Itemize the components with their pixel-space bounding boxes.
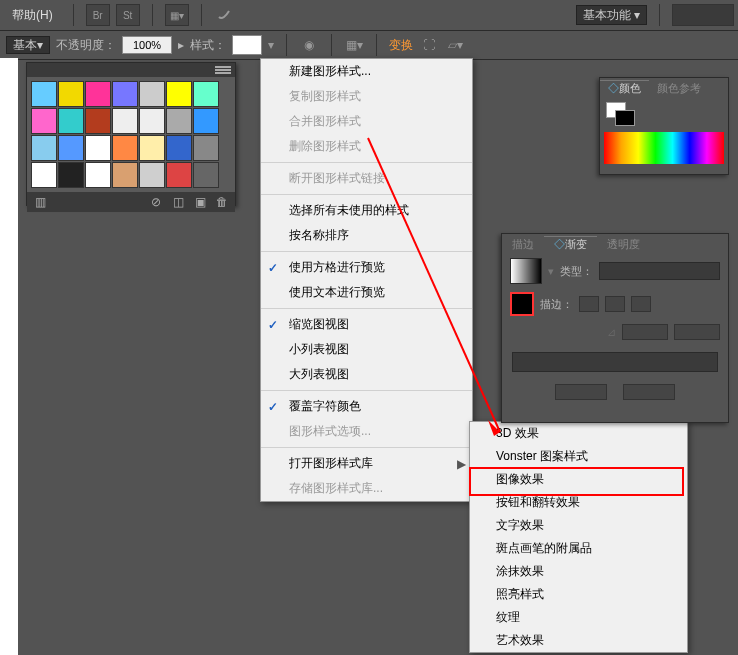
brush-icon[interactable] (214, 5, 234, 25)
menu-item: 图形样式选项... (261, 419, 472, 444)
style-swatch[interactable] (139, 162, 165, 188)
style-swatch[interactable] (58, 108, 84, 134)
submenu-item[interactable]: 艺术效果 (470, 629, 687, 652)
stock-icon[interactable]: St (116, 4, 140, 26)
style-swatch[interactable] (193, 162, 219, 188)
menu-item[interactable]: 选择所有未使用的样式 (261, 198, 472, 223)
tab-stroke[interactable]: 描边 (502, 237, 544, 252)
style-swatch[interactable] (193, 81, 219, 107)
transform-label[interactable]: 变换 (389, 37, 413, 54)
style-swatch[interactable] (31, 108, 57, 134)
opacity-arrow[interactable]: ▸ (178, 38, 184, 52)
style-swatch[interactable] (85, 162, 111, 188)
style-swatch[interactable] (193, 135, 219, 161)
ratio-input[interactable] (674, 324, 720, 340)
open-style-library-submenu: 3D 效果Vonster 图案样式图像效果按钮和翻转效果文字效果斑点画笔的附属品… (469, 421, 688, 653)
style-swatch[interactable] (166, 81, 192, 107)
color-spectrum[interactable] (604, 132, 724, 164)
style-swatch[interactable] (58, 81, 84, 107)
stroke-opt-2[interactable] (605, 296, 625, 312)
tab-transparency[interactable]: 透明度 (597, 237, 650, 252)
top-menubar: 帮助(H) Br St ▦▾ 基本功能 ▾ (0, 0, 738, 31)
panel-menu-icon[interactable] (215, 65, 231, 75)
search-field[interactable] (672, 4, 734, 26)
style-swatch[interactable] (85, 135, 111, 161)
color-panel: ◇颜色 颜色参考 (599, 77, 729, 175)
new-style-icon[interactable]: ▣ (193, 195, 207, 209)
submenu-item[interactable]: 斑点画笔的附属品 (470, 537, 687, 560)
style-swatch[interactable] (112, 81, 138, 107)
gradient-type-label: 类型： (560, 264, 593, 279)
style-swatch[interactable] (31, 162, 57, 188)
opacity-label: 不透明度： (56, 37, 116, 54)
style-swatch[interactable] (112, 135, 138, 161)
gradient-slider[interactable] (512, 352, 718, 372)
bridge-icon[interactable]: Br (86, 4, 110, 26)
align-icon[interactable]: ▦▾ (344, 35, 364, 55)
submenu-item[interactable]: Vonster 图案样式 (470, 445, 687, 468)
gradient-type-select[interactable] (599, 262, 720, 280)
style-swatch[interactable] (31, 135, 57, 161)
libraries-icon[interactable]: ▥ (33, 195, 47, 209)
menu-help[interactable]: 帮助(H) (4, 7, 61, 24)
gradient-panel-tabs: 描边 ◇渐变 透明度 (502, 234, 728, 254)
stop-opacity[interactable] (555, 384, 607, 400)
style-swatch[interactable] (232, 35, 262, 55)
appearance-icon[interactable]: ◉ (299, 35, 319, 55)
menu-item[interactable]: 按名称排序 (261, 223, 472, 248)
style-swatch[interactable] (112, 162, 138, 188)
menu-item: 合并图形样式 (261, 109, 472, 134)
style-swatch[interactable] (85, 108, 111, 134)
style-swatch[interactable] (139, 108, 165, 134)
tab-color-guide[interactable]: 颜色参考 (649, 81, 709, 96)
angle-input[interactable] (622, 324, 668, 340)
submenu-item[interactable]: 图像效果 (470, 468, 687, 491)
tab-color[interactable]: ◇颜色 (600, 80, 649, 96)
gradient-preview[interactable] (510, 258, 542, 284)
menu-item[interactable]: 打开图形样式库▶ (261, 451, 472, 476)
fill-stroke-indicator[interactable] (606, 102, 636, 128)
style-swatch[interactable] (58, 162, 84, 188)
style-swatch[interactable] (166, 108, 192, 134)
submenu-item[interactable]: 纹理 (470, 606, 687, 629)
menu-item[interactable]: 使用文本进行预览 (261, 280, 472, 305)
submenu-item[interactable]: 3D 效果 (470, 422, 687, 445)
break-link-icon[interactable]: ⊘ (149, 195, 163, 209)
stroke-opt-3[interactable] (631, 296, 651, 312)
panel-tabbar (27, 63, 235, 77)
opacity-input[interactable]: 100% (122, 36, 172, 54)
submenu-item[interactable]: 照亮样式 (470, 583, 687, 606)
menu-item[interactable]: 小列表视图 (261, 337, 472, 362)
stop-location[interactable] (623, 384, 675, 400)
style-label: 样式： (190, 37, 226, 54)
stroke-fill-swatch[interactable] (510, 292, 534, 316)
menu-item[interactable]: 新建图形样式... (261, 59, 472, 84)
style-swatch[interactable] (112, 108, 138, 134)
submenu-item[interactable]: 涂抹效果 (470, 560, 687, 583)
menu-item[interactable]: ✓使用方格进行预览 (261, 255, 472, 280)
submenu-item[interactable]: 文字效果 (470, 514, 687, 537)
menu-item[interactable]: ✓覆盖字符颜色 (261, 394, 472, 419)
color-panel-tabs: ◇颜色 颜色参考 (600, 78, 728, 98)
crop-icon[interactable]: ⛶ (419, 35, 439, 55)
workspace-selector[interactable]: 基本功能 ▾ (576, 5, 647, 25)
menu-item[interactable]: 大列表视图 (261, 362, 472, 387)
style-swatch[interactable] (166, 162, 192, 188)
style-swatch[interactable] (193, 108, 219, 134)
style-swatch[interactable] (85, 81, 111, 107)
profile-selector[interactable]: 基本▾ (6, 36, 50, 54)
style-swatch[interactable] (31, 81, 57, 107)
stroke-opt-1[interactable] (579, 296, 599, 312)
tab-gradient[interactable]: ◇渐变 (544, 236, 597, 252)
arrange-docs-icon[interactable]: ▦▾ (165, 4, 189, 26)
style-swatch[interactable] (166, 135, 192, 161)
style-swatch[interactable] (139, 135, 165, 161)
distort-icon[interactable]: ▱▾ (445, 35, 465, 55)
trash-icon[interactable]: 🗑 (215, 195, 229, 209)
style-swatch[interactable] (58, 135, 84, 161)
submenu-item[interactable]: 按钮和翻转效果 (470, 491, 687, 514)
menu-item: 复制图形样式 (261, 84, 472, 109)
style-swatch[interactable] (139, 81, 165, 107)
options-icon[interactable]: ◫ (171, 195, 185, 209)
menu-item[interactable]: ✓缩览图视图 (261, 312, 472, 337)
